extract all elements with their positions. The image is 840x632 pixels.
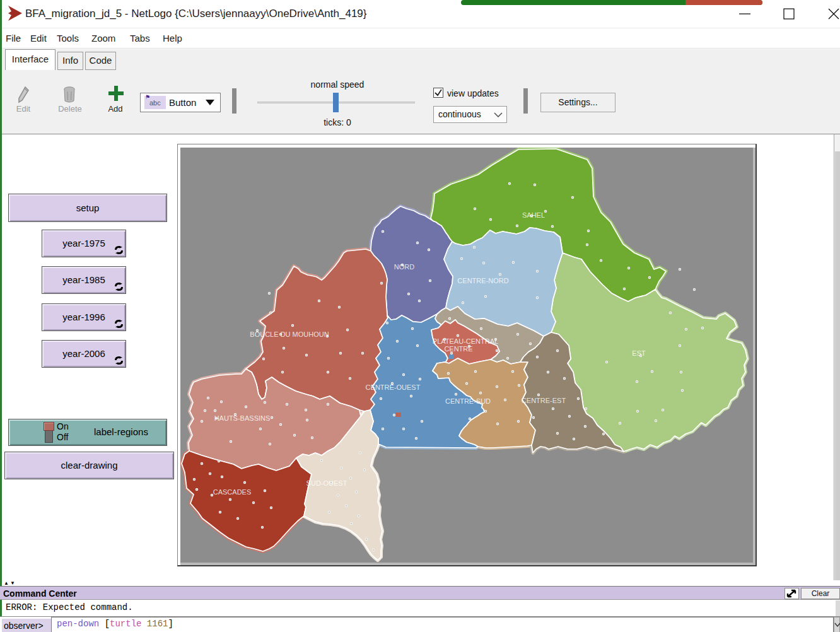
svg-text:CENTRE-SUD: CENTRE-SUD — [445, 397, 491, 405]
svg-text:CENTRE-NORD: CENTRE-NORD — [457, 277, 508, 284]
svg-text:CENTRE: CENTRE — [444, 345, 472, 353]
svg-text:PLATEAU-CENTRAL: PLATEAU-CENTRAL — [433, 337, 498, 345]
svg-text:SUD-OUEST: SUD-OUEST — [306, 479, 347, 487]
svg-text:BOUCLE DU MOUHOUN: BOUCLE DU MOUHOUN — [250, 331, 329, 338]
svg-text:CENTRE-EST: CENTRE-EST — [522, 397, 566, 404]
svg-text:EST: EST — [632, 349, 646, 357]
svg-text:SAHEL: SAHEL — [522, 211, 545, 219]
svg-text:CASCADES: CASCADES — [213, 488, 252, 496]
svg-text:CENTRE-OUEST: CENTRE-OUEST — [366, 383, 421, 391]
svg-text:HAUTS-BASSINS: HAUTS-BASSINS — [214, 414, 271, 422]
svg-text:NORD: NORD — [394, 263, 414, 271]
